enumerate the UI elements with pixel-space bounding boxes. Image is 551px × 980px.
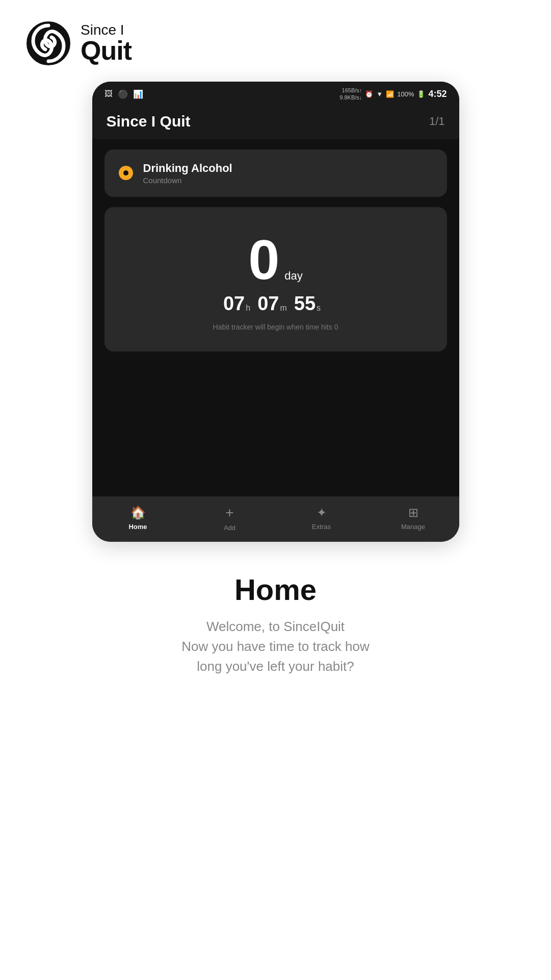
minutes-suffix: m xyxy=(280,304,286,313)
habit-dot-icon xyxy=(119,166,133,180)
extras-icon: ✦ xyxy=(317,506,327,520)
below-phone-section: Home Welcome, to SinceIQuit Now you have… xyxy=(92,542,459,697)
app-title: Since I Quit xyxy=(107,113,191,130)
logo-text: Since I Quit xyxy=(81,23,132,64)
logo-quit-label: Quit xyxy=(81,37,132,64)
chart-status-icon: 📊 xyxy=(133,89,143,99)
nav-add-label: Add xyxy=(224,524,235,532)
nav-item-extras[interactable]: ✦ Extras xyxy=(301,506,342,531)
countdown-days-label: day xyxy=(284,269,302,283)
nav-item-home[interactable]: 🏠 Home xyxy=(118,506,159,531)
countdown-time-row: 07 h 07 m 55 s xyxy=(223,293,328,315)
below-description: Welcome, to SinceIQuit Now you have time… xyxy=(113,617,439,676)
alarm-icon: ⏰ xyxy=(365,90,373,98)
hours-number: 07 xyxy=(223,293,245,315)
seconds-number: 55 xyxy=(294,293,316,315)
habit-type: Countdown xyxy=(143,176,232,185)
data-speed: 165B/s↑ 9.8KB/s↓ xyxy=(339,87,362,102)
phone-mockup: 🖼 ⚫ 📊 165B/s↑ 9.8KB/s↓ ⏰ ▼ 📶 100% 🔋 4:52… xyxy=(92,82,459,542)
countdown-hours: 07 h xyxy=(223,293,257,315)
below-title: Home xyxy=(113,572,439,607)
nav-item-manage[interactable]: ⊞ Manage xyxy=(393,506,434,531)
status-bar: 🖼 ⚫ 📊 165B/s↑ 9.8KB/s↓ ⏰ ▼ 📶 100% 🔋 4:52 xyxy=(92,82,459,105)
circle-status-icon: ⚫ xyxy=(118,89,128,99)
habit-card[interactable]: Drinking Alcohol Countdown xyxy=(104,149,447,197)
countdown-minutes: 07 m xyxy=(257,293,294,315)
habit-info: Drinking Alcohol Countdown xyxy=(143,162,232,185)
nav-item-add[interactable]: + Add xyxy=(209,505,250,532)
minutes-number: 07 xyxy=(257,293,279,315)
hours-suffix: h xyxy=(246,304,250,313)
battery-level: 100% xyxy=(397,90,414,98)
countdown-hint: Habit tracker will begin when time hits … xyxy=(213,323,338,331)
habit-name: Drinking Alcohol xyxy=(143,162,232,175)
countdown-days-row: 0 day xyxy=(248,232,303,288)
nav-extras-label: Extras xyxy=(312,523,331,531)
logo-area: Since I Quit xyxy=(0,0,551,82)
countdown-card: 0 day 07 h 07 m 55 s Habit tracker will … xyxy=(104,207,447,351)
signal-icon: 📶 xyxy=(386,90,394,98)
bottom-nav: 🏠 Home + Add ✦ Extras ⊞ Manage xyxy=(92,496,459,542)
wifi-icon: ▼ xyxy=(376,90,383,98)
app-counter: 1/1 xyxy=(429,115,445,128)
status-bar-right: 165B/s↑ 9.8KB/s↓ ⏰ ▼ 📶 100% 🔋 4:52 xyxy=(339,87,447,102)
nav-manage-label: Manage xyxy=(401,523,425,531)
countdown-days-number: 0 xyxy=(248,232,279,288)
countdown-seconds: 55 s xyxy=(294,293,328,315)
seconds-suffix: s xyxy=(317,304,321,313)
manage-icon: ⊞ xyxy=(408,506,418,520)
image-status-icon: 🖼 xyxy=(104,89,113,98)
add-icon: + xyxy=(225,505,233,521)
home-icon: 🏠 xyxy=(130,506,146,520)
battery-icon: 🔋 xyxy=(417,90,425,98)
nav-home-label: Home xyxy=(128,523,147,531)
app-header: Since I Quit 1/1 xyxy=(92,105,459,139)
status-bar-left: 🖼 ⚫ 📊 xyxy=(104,89,143,99)
status-time: 4:52 xyxy=(428,89,447,99)
main-content: Drinking Alcohol Countdown 0 day 07 h 07… xyxy=(92,139,459,496)
logo-since-label: Since I xyxy=(81,23,132,37)
app-logo-icon xyxy=(25,20,71,66)
